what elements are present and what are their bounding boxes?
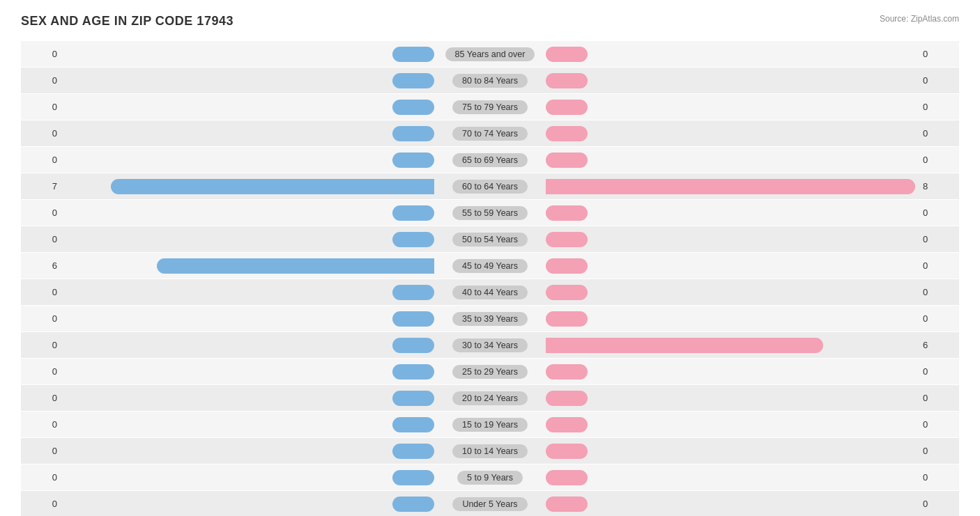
age-label: 10 to 14 Years bbox=[452, 444, 528, 458]
bar-row: 030 to 34 Years6 bbox=[21, 332, 959, 358]
female-bar-stub bbox=[546, 153, 588, 168]
female-bar-side bbox=[546, 332, 917, 358]
bar-row: 015 to 19 Years0 bbox=[21, 412, 959, 437]
female-value: 0 bbox=[917, 155, 959, 165]
male-bar-side bbox=[63, 464, 434, 490]
male-bar-side bbox=[63, 94, 434, 120]
age-label: 5 to 9 Years bbox=[457, 471, 523, 485]
age-label: 60 to 64 Years bbox=[452, 180, 528, 194]
female-value: 0 bbox=[917, 287, 959, 297]
age-label: 45 to 49 Years bbox=[452, 259, 528, 273]
female-bar-stub bbox=[546, 311, 588, 327]
male-bar-stub bbox=[392, 153, 434, 168]
male-bar-stub bbox=[392, 364, 434, 380]
bar-row: 020 to 24 Years0 bbox=[21, 385, 959, 411]
female-bar-stub bbox=[546, 205, 588, 221]
male-bar-side bbox=[63, 306, 434, 331]
female-bar-side bbox=[546, 200, 917, 226]
male-value: 0 bbox=[21, 419, 63, 430]
bar-row: 085 Years and over0 bbox=[21, 41, 959, 67]
female-value: 0 bbox=[917, 208, 959, 218]
male-bar-stub bbox=[392, 285, 434, 300]
bar-row: 080 to 84 Years0 bbox=[21, 68, 959, 93]
female-bar-side bbox=[546, 41, 917, 67]
male-bar-stub bbox=[392, 338, 434, 353]
male-bar-side bbox=[63, 438, 434, 464]
male-bar-side bbox=[63, 279, 434, 305]
male-bar-stub bbox=[392, 417, 434, 432]
male-value: 0 bbox=[21, 128, 63, 139]
male-bar-side bbox=[63, 41, 434, 67]
male-bar-stub bbox=[392, 47, 434, 62]
female-bar-stub bbox=[546, 285, 588, 300]
female-value: 0 bbox=[917, 393, 959, 403]
female-bar-side bbox=[546, 253, 917, 279]
male-value: 7 bbox=[21, 181, 63, 191]
male-bar-stub bbox=[392, 73, 434, 88]
male-bar-stub bbox=[392, 391, 434, 406]
male-bar-side bbox=[63, 200, 434, 226]
female-value: 0 bbox=[917, 446, 959, 456]
female-bar-stub bbox=[546, 232, 588, 247]
female-bar-side bbox=[546, 412, 917, 437]
chart-title: SEX AND AGE IN ZIP CODE 17943 bbox=[21, 14, 233, 29]
bar-row: 050 to 54 Years0 bbox=[21, 226, 959, 252]
age-label: 50 to 54 Years bbox=[452, 233, 528, 247]
female-bar-stub bbox=[546, 73, 588, 88]
bar-row: 0Under 5 Years0 bbox=[21, 491, 959, 516]
female-bar-stub bbox=[546, 444, 588, 459]
male-value: 0 bbox=[21, 472, 63, 483]
age-label: 15 to 19 Years bbox=[452, 418, 528, 432]
female-bar-stub bbox=[546, 391, 588, 406]
female-bar-side bbox=[546, 173, 917, 199]
age-label: 35 to 39 Years bbox=[452, 312, 528, 326]
male-bar-stub bbox=[392, 126, 434, 141]
female-value: 0 bbox=[917, 102, 959, 112]
age-label: 40 to 44 Years bbox=[452, 286, 528, 299]
bar-row: 055 to 59 Years0 bbox=[21, 200, 959, 226]
male-bar-stub bbox=[392, 497, 434, 512]
female-bar-side bbox=[546, 226, 917, 252]
female-value: 0 bbox=[917, 419, 959, 430]
female-value: 0 bbox=[917, 75, 959, 86]
male-bar-stub bbox=[392, 470, 434, 485]
female-bar-stub bbox=[546, 470, 588, 485]
male-value: 0 bbox=[21, 49, 63, 59]
female-bar-side bbox=[546, 385, 917, 411]
female-bar-stub bbox=[546, 258, 588, 274]
female-bar-side bbox=[546, 279, 917, 305]
male-bar-side bbox=[63, 359, 434, 384]
female-value: 0 bbox=[917, 260, 959, 271]
female-bar-stub bbox=[546, 364, 588, 380]
chart-area: 085 Years and over0080 to 84 Years0075 t… bbox=[21, 41, 959, 516]
male-value: 0 bbox=[21, 313, 63, 324]
age-label: 85 Years and over bbox=[445, 47, 535, 61]
bar-row: 760 to 64 Years8 bbox=[21, 173, 959, 199]
female-value: 0 bbox=[917, 499, 959, 509]
age-label: 20 to 24 Years bbox=[452, 391, 528, 405]
male-value: 0 bbox=[21, 102, 63, 112]
bar-row: 05 to 9 Years0 bbox=[21, 464, 959, 490]
female-value: 8 bbox=[917, 181, 959, 191]
male-bar bbox=[111, 179, 434, 194]
female-bar-side bbox=[546, 120, 917, 146]
age-label: 55 to 59 Years bbox=[452, 206, 528, 220]
male-bar-side bbox=[63, 120, 434, 146]
male-bar-side bbox=[63, 173, 434, 199]
male-value: 0 bbox=[21, 287, 63, 297]
male-bar-side bbox=[63, 491, 434, 516]
male-value: 6 bbox=[21, 260, 63, 271]
male-bar-side bbox=[63, 385, 434, 411]
female-value: 0 bbox=[917, 313, 959, 324]
female-value: 0 bbox=[917, 472, 959, 483]
age-label: Under 5 Years bbox=[452, 497, 527, 511]
bar-row: 075 to 79 Years0 bbox=[21, 94, 959, 120]
age-label: 80 to 84 Years bbox=[452, 74, 528, 88]
age-label: 25 to 29 Years bbox=[452, 365, 528, 379]
female-value: 0 bbox=[917, 128, 959, 139]
female-bar-stub bbox=[546, 417, 588, 432]
male-bar-side bbox=[63, 412, 434, 437]
male-value: 0 bbox=[21, 340, 63, 350]
female-value: 6 bbox=[917, 340, 959, 350]
male-value: 0 bbox=[21, 234, 63, 244]
